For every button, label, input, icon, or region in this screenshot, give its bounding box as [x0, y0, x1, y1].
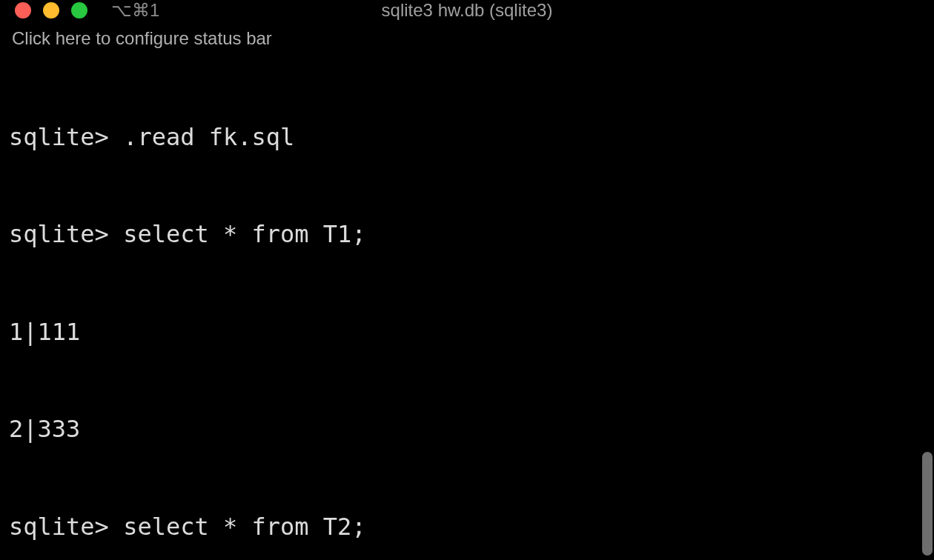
scrollbar-track[interactable] [922, 81, 933, 556]
window-shortcut-label: ⌥⌘1 [111, 0, 159, 21]
terminal-window: ⌥⌘1 sqlite3 hw.db (sqlite3) Click here t… [0, 0, 934, 560]
terminal-line: 1|111 [9, 316, 925, 349]
zoom-icon[interactable] [71, 2, 87, 19]
terminal-viewport[interactable]: sqlite> .read fk.sql sqlite> select * fr… [0, 56, 934, 560]
minimize-icon[interactable] [43, 2, 59, 19]
window-titlebar: ⌥⌘1 sqlite3 hw.db (sqlite3) [0, 0, 934, 21]
terminal-line: 2|333 [9, 413, 925, 446]
terminal-line: sqlite> select * from T1; [9, 219, 925, 251]
scrollbar-thumb[interactable] [922, 452, 933, 556]
status-bar[interactable]: Click here to configure status bar [0, 21, 934, 56]
close-icon[interactable] [15, 2, 31, 19]
window-controls [15, 2, 87, 19]
terminal-line: sqlite> .read fk.sql [9, 121, 925, 154]
terminal-line: sqlite> select * from T2; [9, 511, 925, 544]
